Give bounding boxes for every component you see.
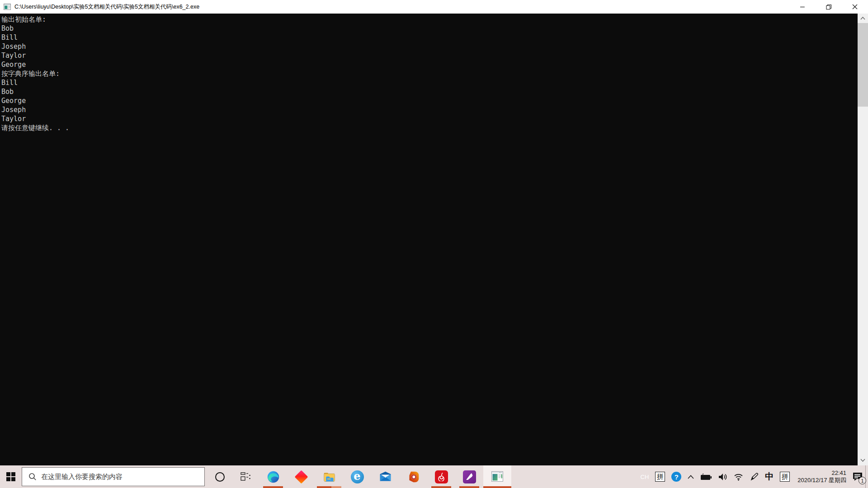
ie-letter: e [354,471,360,482]
network-tray-button[interactable] [731,465,746,488]
diamond-app-icon [294,470,308,483]
running-indicator [459,486,479,488]
scrollbar-thumb[interactable] [858,23,868,107]
desktop-screen: C:\Users\liuyu\Desktop\实验5文档相关代码\实验5文档相关… [0,0,868,488]
scroll-up-button[interactable] [858,14,868,23]
taskbar-app-file-explorer[interactable] [315,465,343,488]
task-view-icon [241,472,251,482]
taskbar-app-netease-music[interactable] [427,465,455,488]
console-line: Taylor [1,114,858,123]
office-icon [407,470,420,483]
ime-zh-indicator[interactable]: 中 [762,465,777,488]
chevron-up-icon [688,475,694,479]
show-desktop-button[interactable] [865,465,868,488]
ime-pinyin2-button[interactable]: 拼 [777,465,793,488]
quill-glyph [465,473,473,481]
task-view-button[interactable] [233,465,259,488]
chevron-down-icon [860,459,865,462]
taskbar-app-edge[interactable] [259,465,287,488]
restore-button[interactable] [816,0,842,14]
console-line: 按字典序输出名单: [1,69,858,78]
running-indicator [431,486,451,488]
console-window-icon [4,3,11,10]
clock-time: 22:41 [797,469,846,477]
console-line: Bill [1,33,858,42]
taskbar-app-ie[interactable]: e [343,465,371,488]
mail-icon [379,470,392,483]
chevron-up-icon [860,17,865,20]
ime-ch-label: CH [641,474,649,480]
running-indicator [263,486,283,488]
console-titlebar: C:\Users\liuyu\Desktop\实验5文档相关代码\实验5文档相关… [0,0,868,14]
window-controls [789,0,868,14]
pen-icon [750,473,759,481]
ime-pinyin-icon: 拼 [655,472,665,482]
window-title: C:\Users\liuyu\Desktop\实验5文档相关代码\实验5文档相关… [14,3,199,11]
action-center-button[interactable]: 1 [850,465,865,488]
taskbar: 在这里输入你要搜索的内容 [0,465,868,488]
cortana-button[interactable] [207,465,233,488]
network-icon [734,473,743,481]
windows-logo-icon [6,472,15,481]
console-window: C:\Users\liuyu\Desktop\实验5文档相关代码\实验5文档相关… [0,0,868,465]
help-icon: ? [671,472,681,482]
edge-icon [267,470,280,483]
console-line: Joseph [1,42,858,51]
clock-date: 2020/12/17 星期四 [797,477,846,484]
running-indicator [317,486,341,488]
netease-music-icon [435,470,448,483]
ime-pinyin2-icon: 拼 [780,472,790,482]
ime-zh-label: 中 [765,471,774,483]
hidden-icons-button[interactable] [684,465,697,488]
close-button[interactable] [842,0,868,14]
purple-pen-app-icon [463,470,476,483]
ime-pinyin-button[interactable]: 拼 [652,465,668,488]
taskbar-app-purple-pen[interactable] [455,465,483,488]
volume-tray-button[interactable] [715,465,731,488]
taskbar-clock[interactable]: 22:41 2020/12/17 星期四 [793,469,850,484]
search-icon [28,473,37,481]
console-line: 输出初始名单: [1,15,858,24]
console-line: Joseph [1,105,858,114]
console-app-icon [490,470,505,483]
ie-browser-icon: e [351,470,364,483]
console-line: George [1,60,858,69]
file-explorer-icon [323,470,336,483]
treble-spiral-glyph [437,472,446,481]
volume-icon [718,473,727,481]
console-line: Bill [1,78,858,87]
start-button[interactable] [0,465,22,488]
taskbar-app-mail[interactable] [371,465,399,488]
taskbar-app-diamond[interactable] [287,465,315,488]
console-line: Bob [1,87,858,96]
close-icon [852,4,858,9]
console-line: 请按任意键继续. . . [1,123,858,132]
taskbar-app-office[interactable] [399,465,427,488]
console-line: George [1,96,858,105]
console-line: Taylor [1,51,858,60]
search-placeholder: 在这里输入你要搜索的内容 [41,473,123,481]
minimize-icon [800,4,805,9]
system-tray: CH 拼 ? [637,465,868,488]
console-body[interactable]: 输出初始名单:BobBillJosephTaylorGeorge按字典序输出名单… [0,14,858,465]
battery-tray-button[interactable] [697,465,715,488]
console-scrollbar[interactable] [858,14,868,465]
cortana-icon [215,472,225,482]
pen-tray-button[interactable] [746,465,762,488]
restore-icon [826,4,832,10]
battery-icon [700,473,712,480]
taskbar-search-input[interactable]: 在这里输入你要搜索的内容 [22,467,205,486]
console-output: 输出初始名单:BobBillJosephTaylorGeorge按字典序输出名单… [0,14,858,132]
help-tray-button[interactable]: ? [668,465,684,488]
scroll-down-button[interactable] [858,455,868,465]
taskbar-app-console-active[interactable] [483,465,511,488]
minimize-button[interactable] [789,0,816,14]
console-line: Bob [1,24,858,33]
notification-count-badge: 1 [859,477,866,484]
running-indicator [483,486,511,488]
ime-ch-indicator[interactable]: CH [637,465,652,488]
